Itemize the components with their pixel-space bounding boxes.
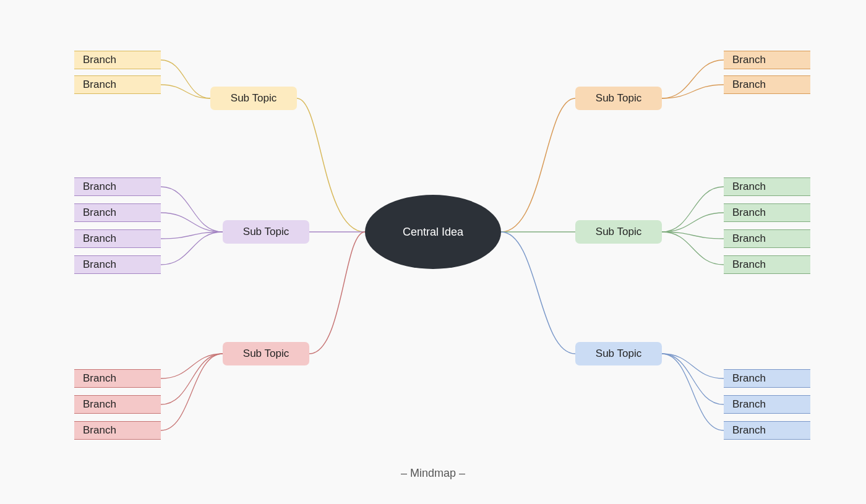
branch-tl-0[interactable]: Branch: [74, 51, 161, 69]
branch-bl-0[interactable]: Branch: [74, 369, 161, 388]
branch-label: Branch: [732, 54, 766, 66]
subtopic-label: Sub Topic: [231, 92, 277, 105]
subtopic-mr[interactable]: Sub Topic: [575, 220, 662, 244]
subtopic-tr[interactable]: Sub Topic: [575, 87, 662, 110]
subtopic-label: Sub Topic: [596, 348, 641, 360]
branch-mr-3[interactable]: Branch: [724, 255, 810, 274]
branch-bl-1[interactable]: Branch: [74, 395, 161, 414]
branch-ml-2[interactable]: Branch: [74, 229, 161, 248]
branch-mr-2[interactable]: Branch: [724, 229, 810, 248]
branch-mr-1[interactable]: Branch: [724, 203, 810, 222]
branch-label: Branch: [83, 258, 116, 271]
subtopic-label: Sub Topic: [596, 226, 641, 238]
branch-label: Branch: [732, 258, 766, 271]
branch-label: Branch: [732, 79, 766, 91]
branch-label: Branch: [83, 79, 116, 91]
central-node[interactable]: Central Idea: [365, 195, 501, 269]
diagram-caption: – Mindmap –: [0, 467, 866, 480]
subtopic-ml[interactable]: Sub Topic: [223, 220, 309, 244]
branch-label: Branch: [732, 233, 766, 245]
subtopic-label: Sub Topic: [243, 348, 289, 360]
subtopic-label: Sub Topic: [243, 226, 289, 238]
mindmap-canvas: Central Idea Sub Topic Branch Branch Sub…: [0, 0, 866, 504]
central-label: Central Idea: [403, 226, 463, 239]
branch-label: Branch: [732, 207, 766, 219]
branch-br-1[interactable]: Branch: [724, 395, 810, 414]
subtopic-br[interactable]: Sub Topic: [575, 342, 662, 365]
branch-ml-3[interactable]: Branch: [74, 255, 161, 274]
branch-tl-1[interactable]: Branch: [74, 75, 161, 94]
branch-label: Branch: [83, 398, 116, 411]
branch-label: Branch: [732, 398, 766, 411]
branch-bl-2[interactable]: Branch: [74, 421, 161, 440]
branch-label: Branch: [83, 233, 116, 245]
subtopic-tl[interactable]: Sub Topic: [210, 87, 297, 110]
branch-br-0[interactable]: Branch: [724, 369, 810, 388]
branch-br-2[interactable]: Branch: [724, 421, 810, 440]
branch-ml-1[interactable]: Branch: [74, 203, 161, 222]
subtopic-label: Sub Topic: [596, 92, 641, 105]
branch-label: Branch: [83, 207, 116, 219]
branch-label: Branch: [732, 372, 766, 385]
subtopic-bl[interactable]: Sub Topic: [223, 342, 309, 365]
branch-label: Branch: [83, 372, 116, 385]
branch-label: Branch: [732, 181, 766, 193]
branch-label: Branch: [83, 54, 116, 66]
branch-label: Branch: [83, 181, 116, 193]
branch-mr-0[interactable]: Branch: [724, 177, 810, 196]
branch-tr-0[interactable]: Branch: [724, 51, 810, 69]
branch-ml-0[interactable]: Branch: [74, 177, 161, 196]
branch-label: Branch: [83, 424, 116, 437]
branch-label: Branch: [732, 424, 766, 437]
branch-tr-1[interactable]: Branch: [724, 75, 810, 94]
